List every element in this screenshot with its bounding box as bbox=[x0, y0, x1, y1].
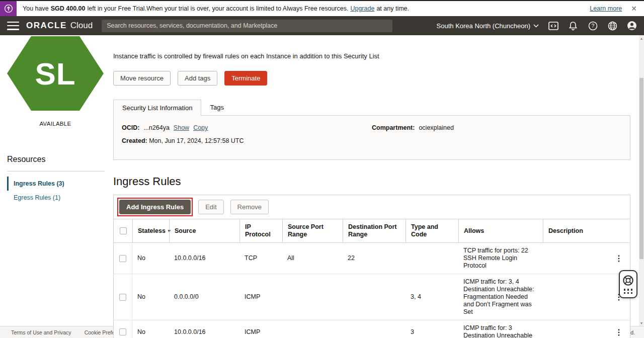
learn-more-link[interactable]: Learn more bbox=[590, 5, 622, 12]
column-header-type-and-code[interactable]: Type and Code bbox=[406, 219, 458, 242]
column-header-destination-port-range[interactable]: Destination Port Range bbox=[343, 219, 406, 242]
ingress-rules-table-card: Add Ingress Rules Edit Remove Stateless … bbox=[113, 195, 630, 338]
created-value: Mon, Jun 17, 2024, 12:57:58 UTC bbox=[149, 137, 244, 144]
table-header-row: Stateless ▾ Source IP Protocol Source Po… bbox=[114, 219, 630, 243]
cell-destination-port-range bbox=[343, 328, 406, 336]
created-label: Created: bbox=[122, 137, 147, 144]
upgrade-arrow-icon bbox=[0, 1, 17, 16]
cell-allows: ICMP traffic for: 3 Destination Unreacha… bbox=[458, 320, 543, 338]
user-avatar-icon[interactable] bbox=[627, 21, 637, 31]
add-tags-button[interactable]: Add tags bbox=[178, 71, 217, 86]
table-toolbar: Add Ingress Rules Edit Remove bbox=[114, 195, 630, 219]
cell-ip-protocol: ICMP bbox=[239, 324, 282, 338]
life-preserver-help-icon bbox=[622, 275, 634, 286]
cell-source-port-range: All bbox=[282, 250, 343, 266]
region-label: South Korea North (Chuncheon) bbox=[437, 22, 530, 30]
logo-cloud-text: Cloud bbox=[70, 21, 93, 31]
badge-initials: SL bbox=[35, 56, 75, 92]
region-selector[interactable]: South Korea North (Chuncheon) bbox=[437, 22, 539, 30]
main-content: Instance traffic is controlled by firewa… bbox=[112, 35, 644, 326]
tab-security-list-information[interactable]: Security List Information bbox=[113, 100, 201, 116]
security-list-description: Instance traffic is controlled by firewa… bbox=[113, 52, 630, 60]
upgrade-link[interactable]: Upgrade bbox=[350, 5, 374, 12]
created-line: Created: Mon, Jun 17, 2024, 12:57:58 UTC bbox=[122, 137, 622, 144]
developer-tools-icon[interactable] bbox=[548, 21, 558, 31]
row-checkbox[interactable] bbox=[119, 294, 126, 301]
resources-nav: Resources Ingress Rules (3) Egress Rules… bbox=[0, 155, 112, 205]
hamburger-menu-icon[interactable] bbox=[7, 22, 19, 30]
ocid-line: OCID: ...n264ya Show Copy bbox=[122, 124, 372, 131]
row-checkbox[interactable] bbox=[119, 255, 126, 262]
page-body: SL AVAILABLE Resources Ingress Rules (3)… bbox=[0, 35, 644, 326]
terms-of-use-link[interactable]: Terms of Use and Privacy bbox=[11, 329, 71, 335]
terminate-button[interactable]: Terminate bbox=[224, 71, 267, 86]
row-actions-kebab-icon[interactable]: ⋮ bbox=[613, 328, 625, 336]
sidebar-item-egress-rules[interactable]: Egress Rules (1) bbox=[7, 191, 112, 205]
cell-ip-protocol: TCP bbox=[239, 250, 282, 266]
scrollbar-down-arrow[interactable]: ▼ bbox=[639, 320, 644, 326]
row-checkbox[interactable] bbox=[119, 328, 126, 335]
select-all-checkbox[interactable] bbox=[120, 227, 127, 234]
remove-button[interactable]: Remove bbox=[230, 200, 269, 214]
left-column: SL AVAILABLE Resources Ingress Rules (3)… bbox=[0, 35, 112, 326]
ocid-label: OCID: bbox=[122, 124, 139, 131]
status-label: AVAILABLE bbox=[0, 121, 111, 127]
notifications-bell-icon[interactable] bbox=[568, 21, 578, 31]
cell-destination-port-range bbox=[343, 293, 406, 301]
trial-text-post: at any time. bbox=[376, 5, 409, 12]
security-list-information-panel: OCID: ...n264ya Show Copy Compartment: o… bbox=[113, 115, 630, 160]
trial-banner: You have SGD 400.00 left in your Free Tr… bbox=[0, 1, 644, 16]
svg-text:?: ? bbox=[591, 23, 594, 29]
chevron-down-icon bbox=[533, 24, 539, 28]
top-nav-bar: ORACLE Cloud South Korea North (Chuncheo… bbox=[0, 16, 644, 35]
security-list-badge: SL bbox=[7, 36, 104, 111]
scrollbar-thumb[interactable] bbox=[639, 78, 643, 259]
language-globe-icon[interactable] bbox=[607, 21, 617, 31]
ocid-copy-link[interactable]: Copy bbox=[193, 124, 208, 131]
cell-source-port-range bbox=[282, 293, 343, 301]
trial-text-pre: You have bbox=[23, 5, 49, 12]
trial-amount: SGD 400.00 bbox=[51, 5, 86, 12]
stateless-header-label: Stateless bbox=[138, 227, 166, 235]
table-row: No 10.0.0.0/16 TCP All 22 TCP traffic fo… bbox=[114, 243, 630, 274]
ocid-value: ...n264ya bbox=[143, 124, 169, 131]
column-header-stateless[interactable]: Stateless ▾ bbox=[132, 219, 169, 242]
cell-allows: ICMP traffic for: 3, 4 Destination Unrea… bbox=[458, 274, 543, 320]
divider bbox=[7, 171, 105, 172]
support-launcher[interactable] bbox=[619, 270, 637, 298]
resources-title: Resources bbox=[7, 155, 112, 164]
red-highlight-annotation: Add Ingress Rules bbox=[117, 198, 193, 216]
cell-type-and-code bbox=[406, 255, 458, 263]
ingress-rules-heading: Ingress Rules bbox=[113, 175, 630, 188]
cell-stateless: No bbox=[132, 250, 169, 266]
cell-allows: TCP traffic for ports: 22 SSH Remote Log… bbox=[458, 243, 543, 274]
ocid-show-link[interactable]: Show bbox=[174, 124, 189, 131]
trial-text-mid: left in your Free Trial.When your trial … bbox=[87, 5, 348, 12]
column-header-ip-protocol[interactable]: IP Protocol bbox=[239, 219, 282, 242]
sidebar-item-ingress-rules[interactable]: Ingress Rules (3) bbox=[7, 177, 112, 191]
detail-tabs: Security List Information Tags bbox=[113, 100, 630, 115]
add-ingress-rules-button[interactable]: Add Ingress Rules bbox=[119, 200, 191, 214]
vertical-scrollbar[interactable]: ▲ ▼ bbox=[639, 35, 644, 326]
move-resource-button[interactable]: Move resource bbox=[113, 71, 171, 86]
cell-source: 0.0.0.0/0 bbox=[169, 289, 239, 305]
cell-source: 10.0.0.0/16 bbox=[169, 324, 239, 338]
row-actions-kebab-icon[interactable]: ⋮ bbox=[613, 255, 625, 262]
column-header-description[interactable]: Description bbox=[543, 219, 630, 242]
search-input[interactable] bbox=[102, 20, 392, 32]
oracle-cloud-logo[interactable]: ORACLE Cloud bbox=[26, 21, 93, 31]
scrollbar-up-arrow[interactable]: ▲ bbox=[639, 35, 644, 41]
close-icon[interactable]: ✕ bbox=[629, 5, 639, 13]
cell-stateless: No bbox=[132, 324, 169, 338]
edit-button[interactable]: Edit bbox=[198, 200, 223, 214]
compartment-value: ociexplained bbox=[419, 124, 454, 131]
column-header-allows[interactable]: Allows bbox=[458, 219, 543, 242]
column-header-source[interactable]: Source bbox=[169, 219, 239, 242]
compartment-line: Compartment: ociexplained bbox=[372, 124, 622, 131]
tab-tags[interactable]: Tags bbox=[201, 100, 232, 115]
cell-source: 10.0.0.0/16 bbox=[169, 250, 239, 266]
compartment-label: Compartment: bbox=[372, 124, 415, 131]
help-icon[interactable]: ? bbox=[588, 21, 598, 31]
column-header-source-port-range[interactable]: Source Port Range bbox=[282, 219, 343, 242]
trial-message: You have SGD 400.00 left in your Free Tr… bbox=[23, 5, 409, 12]
